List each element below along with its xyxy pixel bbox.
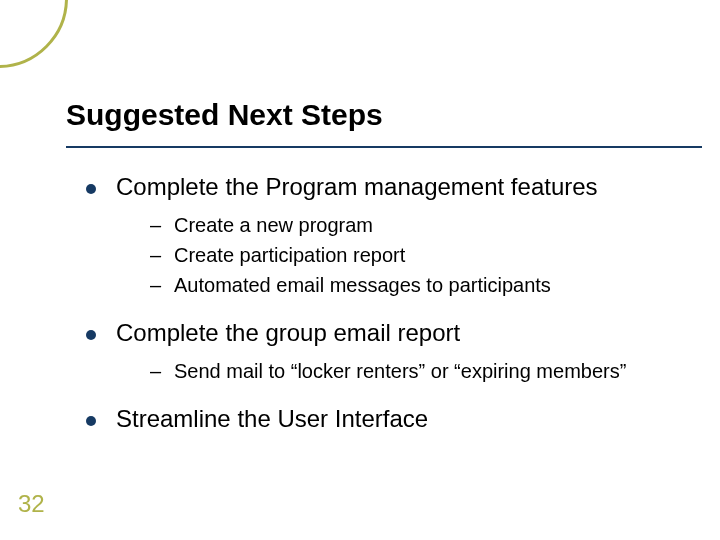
bullet-list: Complete the Program management features… [86,172,692,434]
title-area: Suggested Next Steps [66,98,690,138]
page-number: 32 [18,490,45,518]
slide: Suggested Next Steps Complete the Progra… [0,0,720,540]
sub-bullet-text: Create participation report [174,244,405,266]
bullet-text: Complete the group email report [116,319,460,346]
bullet-text: Complete the Program management features [116,173,598,200]
bullet-item: Complete the Program management features… [86,172,692,298]
sub-bullet-text: Send mail to “locker renters” or “expiri… [174,360,626,382]
sub-bullet-item: Create a new program [150,212,692,238]
sub-bullet-list: Send mail to “locker renters” or “expiri… [116,358,692,384]
sub-bullet-text: Automated email messages to participants [174,274,551,296]
title-underline [66,146,702,148]
bullet-item: Complete the group email report Send mai… [86,318,692,384]
sub-bullet-text: Create a new program [174,214,373,236]
corner-arc-decoration [0,0,68,68]
bullet-text: Streamline the User Interface [116,405,428,432]
sub-bullet-list: Create a new program Create participatio… [116,212,692,298]
bullet-item: Streamline the User Interface [86,404,692,434]
sub-bullet-item: Send mail to “locker renters” or “expiri… [150,358,692,384]
sub-bullet-item: Create participation report [150,242,692,268]
content-area: Complete the Program management features… [86,172,692,440]
sub-bullet-item: Automated email messages to participants [150,272,692,298]
slide-title: Suggested Next Steps [66,98,690,132]
